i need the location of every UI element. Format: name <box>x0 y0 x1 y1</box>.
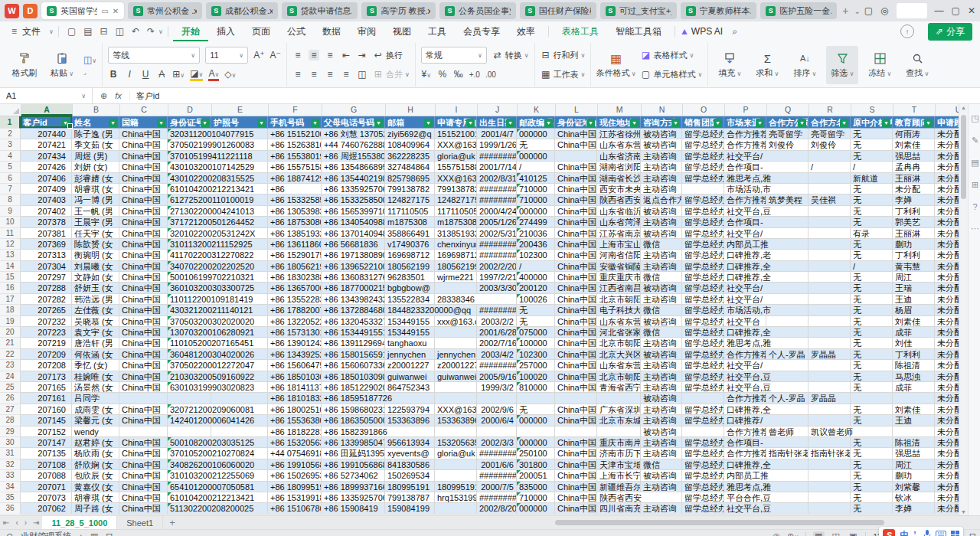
grid-cell-P2[interactable]: 合作方推荐 <box>724 129 766 139</box>
grid-cell-R32[interactable] <box>808 459 851 470</box>
grid-cell-D29[interactable] <box>168 427 211 437</box>
grid-cell-H28[interactable]: 153363896 <box>385 415 435 426</box>
grid-cell-J8[interactable]: ######## <box>477 194 517 205</box>
grid-cell-P10[interactable]: 合作项目- <box>724 217 766 227</box>
grid-cell-D3[interactable]: 370502199901260083 <box>168 139 211 150</box>
grid-cell-B26[interactable]: 吕同学 <box>72 393 119 404</box>
grid-cell-D20[interactable]: 130703200106280921 <box>168 327 211 338</box>
grid-cell-A13[interactable]: 207313 <box>21 250 72 260</box>
grid-cell-N28[interactable]: 主动咨询 <box>641 415 682 426</box>
查找-button[interactable]: 查找 ∨ <box>901 46 933 84</box>
grid-cell-R20[interactable] <box>808 327 851 338</box>
grid-cell-T7[interactable]: 未分配 <box>893 184 935 194</box>
grid-cell-J6[interactable]: 2002/8/31 <box>477 173 517 184</box>
grid-cell-Q23[interactable] <box>766 360 808 371</box>
grid-cell-M24[interactable]: 北京市朝阳 <box>597 371 641 382</box>
grid-cell-C16[interactable]: China中国 <box>119 283 168 293</box>
grid-cell-H19[interactable]: 153449155 <box>385 316 435 327</box>
sidebar-apps-icon[interactable]: ⊞ <box>972 180 978 190</box>
grid-cell-P12[interactable]: 内部员工推 <box>724 239 766 250</box>
grid-cell-G34[interactable]: +86 1899937166 <box>322 482 385 492</box>
ime-lang-toggle[interactable]: 中 <box>900 529 909 536</box>
table-header-T[interactable]: 教育顾问▼ <box>893 116 935 129</box>
grid-cell-P28[interactable]: 口碑推荐/ <box>724 415 766 426</box>
currency-icon[interactable]: ¥∨ <box>421 69 432 80</box>
grid-cell-D27[interactable]: 320721200209060081 <box>168 404 211 415</box>
grid-cell-P3[interactable]: 合作方推荐 <box>724 139 766 150</box>
grid-cell-U29[interactable]: 未分配 <box>935 427 959 437</box>
grid-cell-C6[interactable]: China中国 <box>119 173 168 184</box>
grid-cell-S17[interactable]: 无 <box>851 294 893 305</box>
eye-icon[interactable]: ◎ <box>773 531 780 536</box>
status-chevron-icon[interactable]: ˄ <box>79 533 83 536</box>
grid-cell-K22[interactable]: 102300 <box>517 349 555 360</box>
grid-cell-T18[interactable]: 杨眉 <box>893 305 935 315</box>
grid-cell-D16[interactable]: 360103200303300725 <box>168 283 211 293</box>
save-icon[interactable]: ▤ <box>80 26 96 37</box>
grid-cell-M8[interactable]: 陕西省西安 <box>597 194 641 205</box>
grid-cell-I4[interactable]: gloria@uk <box>435 151 477 162</box>
grid-cell-O19[interactable]: 留学总经办 <box>682 316 724 327</box>
grid-cell-K11[interactable]: 210036 <box>517 228 555 239</box>
grid-cell-O23[interactable]: 留学总经办 <box>682 360 724 371</box>
grid-cell-O21[interactable]: 留学总经办 <box>682 338 724 348</box>
new-doc-icon[interactable]: ▢ <box>64 26 80 37</box>
grid-cell-A14[interactable]: 207304 <box>21 261 72 272</box>
grid-cell-P20[interactable]: 口碑推荐,全 <box>724 327 766 338</box>
grid-cell-A15[interactable]: 207297 <box>21 272 72 283</box>
grid-cell-S30[interactable]: 无 <box>851 437 893 448</box>
grid-cell-L21[interactable]: China中国 <box>555 338 597 348</box>
distribute-icon[interactable]: ◫ <box>357 69 368 80</box>
row-header-10[interactable]: 10 <box>0 217 21 227</box>
grid-cell-D6[interactable]: 430102200208315525 <box>168 173 211 184</box>
grid-cell-B14[interactable]: 刘晨曦 (女 <box>72 261 119 272</box>
filter-dropdown-icon[interactable]: ▼ <box>374 119 383 127</box>
row-header-1[interactable]: 1 <box>0 116 21 129</box>
filter-dropdown-icon[interactable]: ▼ <box>882 119 890 127</box>
menu-视图[interactable]: 视图 <box>384 22 420 41</box>
grid-cell-U12[interactable]: 未分配 <box>935 239 959 250</box>
grid-cell-N36[interactable]: 主动咨询 <box>641 503 682 514</box>
vertical-scroll-thumb[interactable] <box>961 115 966 199</box>
align-bottom-icon[interactable]: ≡ <box>325 50 335 60</box>
grid-cell-Q5[interactable] <box>766 162 808 172</box>
grid-cell-Q17[interactable] <box>766 294 808 305</box>
grid-cell-K2[interactable]: 000000 <box>517 129 555 139</box>
column-header-S[interactable]: S <box>851 104 893 116</box>
grid-cell-G26[interactable]: +86 18595187726 <box>322 393 385 404</box>
grid-cell-D13[interactable]: 411702200312270822 <box>168 250 211 260</box>
grid-cell-O5[interactable]: 留学总经办 <box>682 162 724 172</box>
grid-cell-H23[interactable]: z20001227 <box>385 360 435 371</box>
grid-cell-S2[interactable]: 无 <box>851 129 893 139</box>
grid-cell-A28[interactable]: 207145 <box>21 415 72 426</box>
grid-cell-H14[interactable]: 180562199 <box>385 261 435 272</box>
grid-cell-D9[interactable]: 271302200004241013 <box>168 206 211 217</box>
grid-cell-N31[interactable]: 主动咨询 <box>641 448 682 459</box>
grid-cell-G24[interactable]: +86 1850103098 <box>322 371 385 382</box>
grid-cell-B25[interactable]: 汤景然 (女 <box>72 382 119 393</box>
grid-cell-P36[interactable]: 社交平台,豆 <box>724 503 766 514</box>
grid-cell-H17[interactable]: 135522834 <box>385 294 435 305</box>
column-header-F[interactable]: F <box>269 104 322 116</box>
grid-cell-L32[interactable]: China中国 <box>555 459 597 470</box>
grid-cell-M7[interactable]: 西安市未央 <box>597 184 641 194</box>
grid-cell-D4[interactable]: 370105199411221118 <box>168 151 211 162</box>
underline-icon[interactable]: U <box>140 69 151 80</box>
print-preview-icon[interactable]: ◫ <box>112 26 128 37</box>
grid-cell-A16[interactable]: 207288 <box>21 283 72 293</box>
grid-cell-T25[interactable]: 成菲 <box>893 382 935 393</box>
row-header-28[interactable]: 28 <box>0 415 21 426</box>
grid-cell-U15[interactable]: 未分配 <box>935 272 959 283</box>
grid-cell-I14[interactable]: 180562199 <box>435 261 477 272</box>
grid-cell-M13[interactable]: 河南省信阳 <box>597 250 641 260</box>
grid-cell-N7[interactable]: 主动咨询 <box>641 184 682 194</box>
grid-cell-C22[interactable]: China中国 <box>119 349 168 360</box>
grid-cell-A29[interactable]: 207152 <box>21 427 72 437</box>
grid-cell-Q20[interactable] <box>766 327 808 338</box>
row-header-35[interactable]: 35 <box>0 492 21 503</box>
grid-cell-H34[interactable]: 180995191 <box>385 482 435 492</box>
grid-cell-C26[interactable] <box>119 393 168 404</box>
first-sheet-icon[interactable]: ⇤ <box>0 518 12 527</box>
rows-columns-button[interactable]: ⊟行和列∨ <box>541 47 586 63</box>
grid-cell-U27[interactable]: 未分配 <box>935 404 959 415</box>
